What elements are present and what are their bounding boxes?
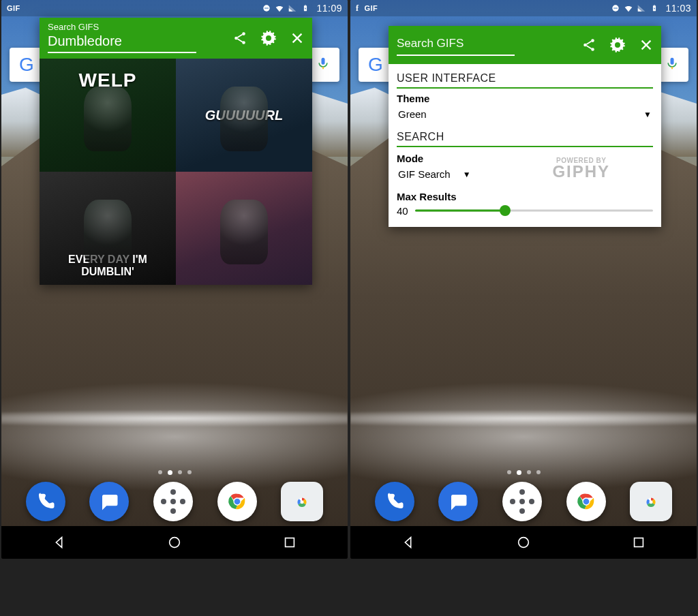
svg-rect-18 bbox=[614, 7, 618, 8]
phone-right: f GIF 11:03 G Search GIFS USER INTERFACE bbox=[350, 0, 697, 559]
svg-point-14 bbox=[301, 500, 304, 504]
gif-results-grid: WELP GUUUUURL EVERY DAY I'M DUMBLIN' bbox=[40, 59, 312, 285]
app-messages[interactable] bbox=[89, 482, 129, 521]
gif-result[interactable]: GUUUUURL bbox=[176, 59, 312, 172]
app-camera[interactable] bbox=[630, 482, 672, 521]
app-phone[interactable] bbox=[26, 482, 65, 521]
svg-rect-21 bbox=[671, 58, 674, 65]
google-logo-icon: G bbox=[368, 54, 383, 76]
share-icon[interactable] bbox=[581, 37, 597, 53]
svg-rect-33 bbox=[635, 538, 643, 547]
slider-thumb[interactable] bbox=[500, 205, 511, 216]
nav-recent[interactable] bbox=[631, 535, 646, 550]
nav-recent[interactable] bbox=[282, 535, 297, 550]
mic-icon[interactable] bbox=[665, 56, 679, 74]
nav-back[interactable] bbox=[401, 535, 416, 550]
theme-value: Green bbox=[398, 108, 427, 120]
svg-point-31 bbox=[650, 500, 653, 504]
mic-icon[interactable] bbox=[316, 56, 330, 74]
battery-charging-icon bbox=[301, 3, 310, 13]
homescreen-page-dots bbox=[1, 470, 348, 475]
nav-bar bbox=[350, 526, 697, 559]
homescreen-page-dots bbox=[350, 470, 697, 475]
app-drawer-button[interactable] bbox=[502, 482, 542, 521]
close-icon[interactable] bbox=[289, 30, 305, 46]
wifi-icon bbox=[624, 3, 633, 13]
app-chrome[interactable] bbox=[217, 482, 257, 521]
input-underline bbox=[48, 52, 196, 53]
svg-rect-20 bbox=[654, 5, 656, 5]
dock bbox=[1, 477, 348, 526]
popup-header: Search GIFS bbox=[389, 26, 661, 64]
mode-value: GIF Search bbox=[398, 168, 451, 180]
nav-back[interactable] bbox=[52, 535, 67, 550]
status-fb-icon: f bbox=[356, 3, 359, 14]
dock bbox=[350, 477, 697, 526]
status-bar: GIF 11:09 bbox=[1, 0, 348, 16]
status-clock: 11:03 bbox=[665, 3, 691, 14]
close-icon[interactable] bbox=[638, 37, 654, 53]
google-logo-icon: G bbox=[19, 54, 34, 76]
signal-icon bbox=[288, 3, 297, 13]
svg-rect-4 bbox=[322, 58, 325, 65]
input-underline bbox=[397, 55, 515, 56]
app-chrome[interactable] bbox=[566, 482, 606, 521]
app-drawer-button[interactable] bbox=[153, 482, 193, 521]
giphy-logo-text: GIPHY bbox=[509, 164, 653, 180]
nav-bar bbox=[1, 526, 348, 559]
gif-search-popup: Search GIFS Dumbledore WELP GUUUUURL EVE… bbox=[40, 18, 312, 285]
theme-label: Theme bbox=[397, 93, 653, 104]
popup-header: Search GIFS Dumbledore bbox=[40, 18, 312, 59]
max-results-slider[interactable] bbox=[415, 204, 653, 217]
gif-result[interactable] bbox=[176, 172, 312, 285]
max-results-value: 40 bbox=[397, 205, 408, 217]
status-clock: 11:09 bbox=[316, 3, 342, 14]
app-phone[interactable] bbox=[375, 482, 414, 521]
section-divider bbox=[397, 146, 653, 147]
section-search-title: SEARCH bbox=[397, 131, 653, 143]
gear-icon[interactable] bbox=[260, 30, 277, 46]
mode-label: Mode bbox=[397, 153, 509, 164]
status-app-label: GIF bbox=[7, 4, 20, 12]
svg-rect-3 bbox=[305, 5, 307, 5]
svg-rect-1 bbox=[265, 7, 269, 8]
phone-left: GIF 11:09 G Search GIFS Dumbledore WELP … bbox=[1, 0, 348, 559]
svg-point-15 bbox=[170, 538, 180, 548]
dnd-icon bbox=[262, 3, 271, 13]
settings-panel: USER INTERFACE Theme Green ▼ SEARCH Mode… bbox=[389, 64, 661, 227]
wallpaper-river bbox=[1, 402, 348, 435]
mode-dropdown[interactable]: GIF Search ▼ bbox=[397, 166, 509, 185]
gear-icon[interactable] bbox=[609, 37, 626, 53]
app-camera[interactable] bbox=[281, 482, 323, 521]
max-results-label: Max Results bbox=[397, 191, 653, 202]
signal-icon bbox=[637, 3, 646, 13]
status-app-label: GIF bbox=[365, 4, 378, 12]
gif-settings-popup: Search GIFS USER INTERFACE Theme Green ▼… bbox=[389, 26, 661, 227]
svg-rect-16 bbox=[286, 538, 294, 547]
wifi-icon bbox=[275, 3, 284, 13]
nav-home[interactable] bbox=[516, 535, 531, 550]
chevron-down-icon: ▼ bbox=[463, 170, 471, 179]
gif-result[interactable]: EVERY DAY I'M DUMBLIN' bbox=[40, 172, 176, 285]
powered-by-giphy: POWERED BY GIPHY bbox=[509, 157, 653, 180]
status-bar: f GIF 11:03 bbox=[350, 0, 697, 16]
chevron-down-icon: ▼ bbox=[643, 110, 652, 119]
theme-dropdown[interactable]: Green ▼ bbox=[397, 106, 653, 125]
battery-charging-icon bbox=[650, 3, 659, 13]
share-icon[interactable] bbox=[232, 30, 248, 46]
section-divider bbox=[397, 87, 653, 89]
app-messages[interactable] bbox=[438, 482, 478, 521]
nav-home[interactable] bbox=[167, 535, 182, 550]
dnd-icon bbox=[611, 3, 620, 13]
gif-result[interactable]: WELP bbox=[40, 59, 176, 172]
wallpaper-river bbox=[350, 402, 697, 435]
section-ui-title: USER INTERFACE bbox=[397, 72, 653, 84]
svg-point-32 bbox=[519, 538, 529, 548]
